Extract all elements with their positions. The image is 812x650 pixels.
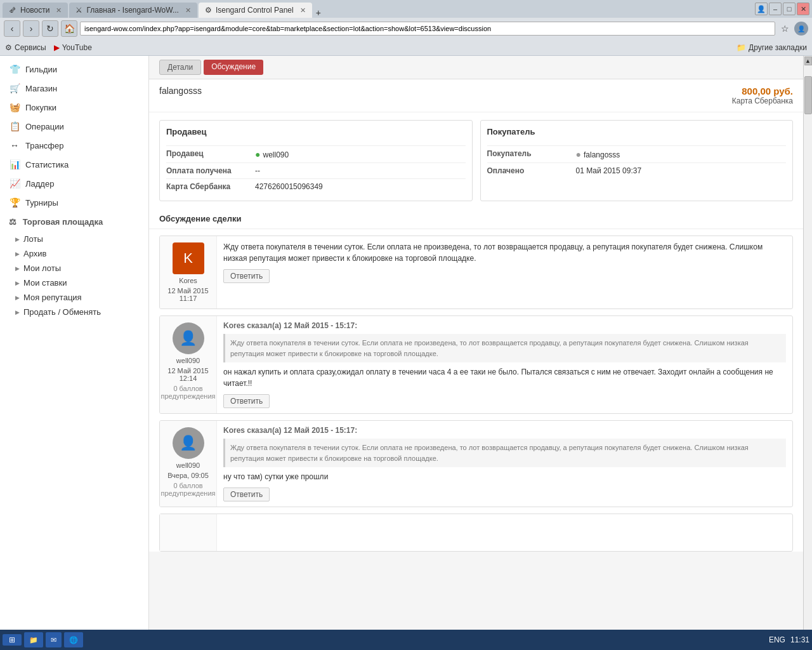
- reload-button[interactable]: ↻: [42, 20, 58, 37]
- tab-control-panel[interactable]: ⚙ Isengard Control Panel ✕: [199, 3, 312, 18]
- bookmark-youtube[interactable]: ▶ YouTube: [54, 43, 92, 52]
- buyer-row-0: Покупатель ●falangosss: [487, 145, 787, 162]
- user-profile-button[interactable]: 👤: [755, 3, 768, 15]
- reply-text-2: ну что там) сутки уже прошли: [223, 471, 786, 482]
- guilds-label: Гильдии: [25, 65, 57, 74]
- main-area: Детали Обсуждение falangosss 800,00 руб.…: [149, 56, 803, 630]
- tab-close-cp[interactable]: ✕: [300, 6, 306, 15]
- sidebar-item-tournaments[interactable]: 🏆 Турниры: [0, 193, 148, 212]
- minimize-button[interactable]: –: [769, 3, 782, 15]
- reply-button-1[interactable]: Ответить: [223, 394, 270, 408]
- seller-row-2: Карта Сбербанка 4276260015096349: [166, 178, 466, 194]
- sidebar-item-operations[interactable]: 📋 Операции: [0, 117, 148, 136]
- buyer-value-1: 01 Май 2015 09:37: [576, 166, 642, 175]
- arrow-icon-archive: ▶: [15, 251, 20, 257]
- transfer-label: Трансфер: [25, 141, 64, 150]
- taskbar-right: ENG 11:31: [769, 635, 809, 644]
- tournaments-icon: 🏆: [9, 197, 20, 208]
- sidebar-sub-lots[interactable]: ▶ Лоты: [0, 232, 148, 246]
- sidebar-item-purchases[interactable]: 🧺 Покупки: [0, 98, 148, 117]
- other-bookmarks-label: Другие закладки: [749, 43, 807, 52]
- archive-label: Архив: [23, 249, 46, 258]
- sidebar-item-shop[interactable]: 🛒 Магазин: [0, 79, 148, 98]
- comment-block-0: K Kores 12 Май 2015 11:17 Жду ответа пок…: [159, 235, 793, 309]
- sidebar-sub-archive[interactable]: ▶ Архив: [0, 246, 148, 261]
- browser-icon: 🌐: [69, 636, 78, 644]
- mail-icon: ✉: [51, 636, 56, 644]
- address-input[interactable]: [80, 22, 775, 36]
- buyer-panel: Покупатель Покупатель ●falangosss Оплаче…: [480, 120, 794, 201]
- scrollbar[interactable]: ▲: [803, 56, 812, 630]
- purchases-label: Покупки: [25, 103, 56, 112]
- maximize-button[interactable]: □: [783, 3, 796, 15]
- seller-label-1: Оплата получена: [166, 166, 255, 175]
- payment-method: Карта Сбербанка: [732, 96, 793, 105]
- my-lots-label: Мои лоты: [23, 263, 61, 273]
- offline-dot: ●: [576, 149, 581, 159]
- scroll-up-button[interactable]: ▲: [804, 56, 812, 65]
- price-amount: 800,00 руб.: [732, 86, 793, 96]
- comment-avatar-col-1: 👤 well090 12 Май 2015 12:14 0 баллов пре…: [160, 316, 217, 413]
- tab-label-cp: Isengard Control Panel: [216, 6, 294, 15]
- reply-button-0[interactable]: Ответить: [223, 269, 270, 283]
- operations-icon: 📋: [9, 121, 20, 131]
- seller-value-0: ●well090: [255, 149, 289, 159]
- tab-close-main[interactable]: ✕: [185, 6, 191, 15]
- comment-right-1: Kores сказал(а) 12 Май 2015 - 15:17: Жду…: [217, 316, 792, 413]
- comment-block-2: 👤 well090 Вчера, 09:05 0 баллов предупре…: [159, 420, 793, 507]
- comment-text-0: Жду ответа покупателя в течении суток. Е…: [223, 241, 786, 264]
- services-icon: ⚙: [5, 43, 12, 52]
- quoted-text-1: Жду ответа покупателя в течении суток. Е…: [223, 334, 786, 362]
- other-bookmarks[interactable]: 📁 Другие закладки: [737, 43, 807, 52]
- sidebar-item-statistics[interactable]: 📊 Статистика: [0, 155, 148, 174]
- statistics-label: Статистика: [25, 160, 69, 169]
- buyer-label-0: Покупатель: [487, 149, 576, 159]
- tab-details[interactable]: Детали: [159, 60, 201, 75]
- taskbar: ⊞ 📁 ✉ 🌐 ENG 11:31: [0, 630, 812, 650]
- close-button[interactable]: ✕: [797, 3, 809, 15]
- comment-avatar-col-0: K Kores 12 Май 2015 11:17: [160, 236, 217, 308]
- taskbar-files[interactable]: 📁: [24, 632, 43, 647]
- comment-block-3-partial: [159, 514, 793, 552]
- bookmark-star[interactable]: ☆: [778, 22, 792, 36]
- sidebar-sub-my-bids[interactable]: ▶ Мои ставки: [0, 275, 148, 290]
- tab-news[interactable]: 🗞 Новости ✕: [3, 3, 68, 18]
- sidebar-item-transfer[interactable]: ↔ Трансфер: [0, 136, 148, 155]
- discussion-title: Обсуждение сделки: [149, 209, 803, 229]
- comment-date-2: Вчера, 09:05: [167, 472, 209, 479]
- scroll-thumb[interactable]: [804, 76, 812, 114]
- bookmark-services[interactable]: ⚙ Сервисы: [5, 43, 46, 52]
- new-tab-button[interactable]: +: [316, 8, 329, 18]
- comment-block-1: 👤 well090 12 Май 2015 12:14 0 баллов пре…: [159, 315, 793, 414]
- windows-icon: ⊞: [9, 635, 15, 644]
- taskbar-browser[interactable]: 🌐: [64, 632, 83, 647]
- sidebar-item-guilds[interactable]: 👕 Гильдии: [0, 60, 148, 79]
- avatar-well090-1: 👤: [173, 322, 204, 354]
- user-icon: 👤: [794, 22, 808, 36]
- home-button[interactable]: 🏠: [61, 20, 77, 37]
- back-button[interactable]: ‹: [4, 20, 20, 37]
- services-label: Сервисы: [15, 43, 46, 52]
- avatar-kores: K: [173, 242, 204, 274]
- tab-close-news[interactable]: ✕: [56, 6, 62, 15]
- sidebar-sub-my-reputation[interactable]: ▶ Моя репутация: [0, 290, 148, 305]
- price-block: 800,00 руб. Карта Сбербанка: [732, 86, 793, 105]
- tab-isengard-main[interactable]: ⚔ Главная - Isengard-WoW... ✕: [69, 3, 197, 18]
- tab-label-news: Новости: [20, 6, 49, 15]
- forward-button[interactable]: ›: [23, 20, 39, 37]
- sidebar-sub-my-lots[interactable]: ▶ Мои лоты: [0, 261, 148, 275]
- taskbar-mail[interactable]: ✉: [46, 632, 62, 647]
- seller-panel: Продавец Продавец ●well090 Оплата получе…: [159, 120, 473, 201]
- tab-discussion[interactable]: Обсуждение: [204, 60, 263, 75]
- comment-author-0: Kores: [179, 277, 197, 284]
- start-button[interactable]: ⊞: [3, 634, 22, 646]
- address-bar: ‹ › ↻ 🏠 ☆ 👤: [0, 18, 812, 39]
- sidebar-item-ladder[interactable]: 📈 Ладдер: [0, 174, 148, 193]
- online-dot: ●: [255, 149, 260, 159]
- tab-favicon-cp: ⚙: [205, 6, 212, 15]
- buyer-value-0: ●falangosss: [576, 149, 620, 159]
- reply-button-2[interactable]: Ответить: [223, 488, 270, 501]
- view-tabs: Детали Обсуждение: [149, 56, 803, 79]
- tab-favicon-news: 🗞: [9, 6, 16, 15]
- sidebar-sub-sell[interactable]: ▶ Продать / Обменять: [0, 305, 148, 319]
